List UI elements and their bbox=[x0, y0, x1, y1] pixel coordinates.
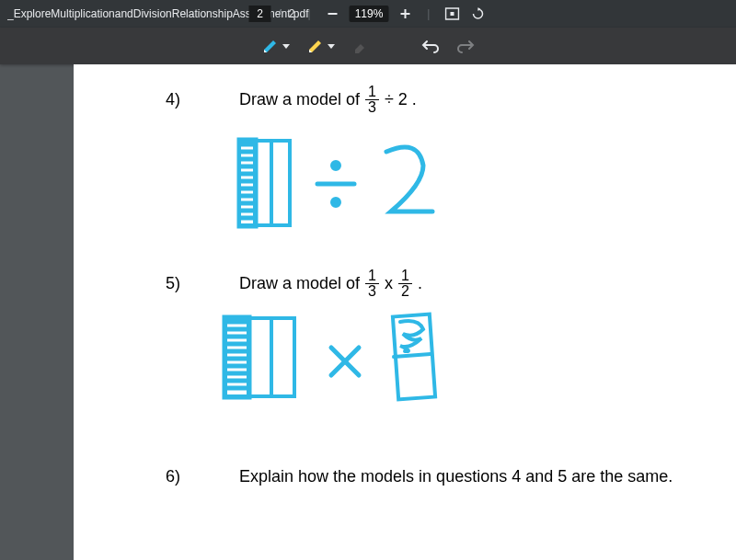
highlighter-icon bbox=[306, 37, 325, 55]
problem-number: 5) bbox=[166, 274, 202, 293]
problem-6-prompt: Explain how the models in questions 4 an… bbox=[239, 467, 673, 486]
zoom-out-button[interactable] bbox=[324, 5, 342, 23]
rotate-button[interactable] bbox=[468, 5, 487, 23]
eraser-icon bbox=[351, 37, 370, 55]
problem-4-pre: Draw a model of bbox=[239, 90, 360, 109]
problem-number: 6) bbox=[166, 467, 202, 486]
page-separator: / bbox=[279, 7, 282, 20]
fraction-denominator: 2 bbox=[398, 284, 412, 299]
zoom-level: 119% bbox=[350, 6, 389, 22]
annotation-drawing-5 bbox=[221, 311, 478, 412]
fraction-numerator: 1 bbox=[398, 269, 412, 284]
svg-point-10 bbox=[332, 199, 339, 206]
page-number-input[interactable] bbox=[249, 6, 271, 22]
document-viewport[interactable]: 4) Draw a model of 1 3 ÷ 2 . bbox=[0, 64, 736, 560]
fraction-1-3: 1 3 bbox=[365, 269, 379, 299]
problem-6: 6) bbox=[166, 467, 202, 486]
redo-button[interactable] bbox=[456, 39, 475, 53]
toolbar-divider: | bbox=[308, 7, 311, 20]
fraction-numerator: 1 bbox=[365, 85, 379, 100]
problem-6-text: Explain how the models in questions 4 an… bbox=[239, 467, 673, 486]
page-total: 2 bbox=[289, 7, 295, 20]
undo-icon bbox=[421, 39, 440, 53]
problem-5: 5) bbox=[166, 274, 202, 293]
toolbar-center-controls: / 2 | 119% | bbox=[249, 5, 488, 23]
chevron-down-icon bbox=[328, 44, 335, 49]
undo-button[interactable] bbox=[421, 39, 440, 53]
problem-number: 4) bbox=[166, 90, 202, 109]
problem-5-pre: Draw a model of bbox=[239, 274, 360, 293]
annotation-drawing-4 bbox=[235, 133, 474, 234]
fraction-1-2: 1 2 bbox=[398, 269, 412, 299]
pdf-top-toolbar: _ExploreMultiplicationandDivisionRelatio… bbox=[0, 0, 736, 28]
chevron-down-icon bbox=[282, 44, 290, 49]
zoom-in-button[interactable] bbox=[396, 5, 414, 23]
annotation-toolbar bbox=[0, 28, 736, 64]
highlighter-tool-button[interactable] bbox=[306, 37, 335, 55]
fraction-denominator: 3 bbox=[365, 100, 379, 115]
times-symbol: x bbox=[385, 274, 393, 293]
fraction-1-3: 1 3 bbox=[365, 85, 379, 115]
problem-4: 4) bbox=[166, 90, 202, 109]
problem-4-text: Draw a model of 1 3 ÷ 2 . bbox=[239, 85, 417, 115]
pdf-page: 4) Draw a model of 1 3 ÷ 2 . bbox=[74, 64, 736, 560]
svg-rect-4 bbox=[450, 12, 454, 16]
toolbar-divider: | bbox=[427, 7, 430, 20]
fit-page-button[interactable] bbox=[443, 5, 461, 23]
pen-icon bbox=[261, 37, 280, 55]
redo-icon bbox=[456, 39, 475, 53]
problem-5-end: . bbox=[418, 274, 422, 293]
svg-point-8 bbox=[332, 162, 339, 169]
pen-tool-button[interactable] bbox=[261, 37, 290, 55]
svg-line-17 bbox=[394, 354, 431, 357]
fraction-numerator: 1 bbox=[365, 269, 379, 284]
eraser-tool-button[interactable] bbox=[351, 37, 370, 55]
problem-4-post: ÷ 2 . bbox=[385, 90, 417, 109]
problem-5-text: Draw a model of 1 3 x 1 2 . bbox=[239, 269, 422, 299]
fraction-denominator: 3 bbox=[365, 284, 379, 299]
